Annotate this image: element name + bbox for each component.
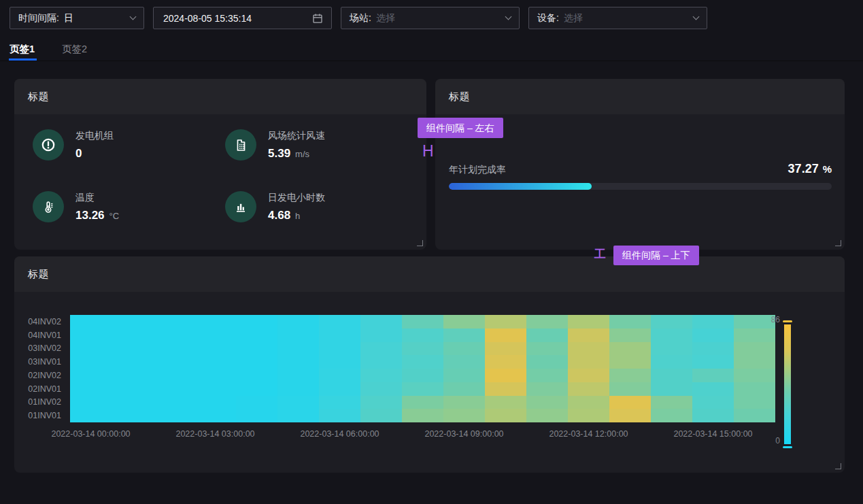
heatmap-cell	[194, 382, 236, 396]
heatmap-cell	[112, 409, 153, 422]
heatmap-cell	[485, 409, 526, 422]
heatmap-y-label: 03INV02	[14, 342, 66, 356]
heatmap-cell	[443, 315, 485, 329]
colorbar-min-label: 0	[758, 436, 780, 446]
colorbar-min-handle[interactable]	[783, 446, 792, 448]
heatmap-cell	[609, 409, 651, 422]
stat-label: 发电机组	[75, 130, 114, 142]
heatmap-cell	[153, 369, 194, 382]
heatmap-cell	[236, 396, 277, 409]
heatmap-cell	[319, 329, 360, 342]
heatmap-cell	[360, 396, 402, 409]
heatmap-cell	[360, 315, 402, 329]
heatmap-cell	[651, 382, 692, 396]
station-placeholder: 选择	[376, 12, 395, 24]
heatmap-cell	[734, 409, 775, 422]
heatmap-cell	[360, 382, 402, 396]
heatmap-cell	[194, 329, 236, 342]
heatmap-cell	[402, 369, 443, 382]
tab-bar: 页签1 页签2	[0, 38, 863, 61]
heatmap-cell	[651, 315, 692, 329]
heatmap-cell	[194, 396, 236, 409]
heatmap-cell	[112, 342, 153, 356]
heatmap-cell	[112, 382, 153, 396]
colorbar-max-label: 86	[758, 315, 780, 324]
heatmap-cell	[277, 329, 319, 342]
heatmap-cell	[485, 369, 526, 382]
heatmap-cell	[194, 409, 236, 422]
heatmap-cell	[692, 396, 734, 409]
heatmap-cell	[319, 342, 360, 356]
heatmap-cell	[153, 315, 194, 329]
heatmap-cell	[70, 329, 112, 342]
heatmap-cell	[236, 409, 277, 422]
heatmap-cell	[609, 329, 651, 342]
heatmap-cell	[609, 396, 651, 409]
resize-handle[interactable]	[835, 240, 841, 246]
spacing-badge-horizontal: 组件间隔 – 左右	[418, 118, 503, 138]
heatmap-cell	[526, 342, 568, 356]
heatmap-cell	[609, 382, 651, 396]
heatmap-cell	[443, 329, 485, 342]
heatmap-cell	[568, 396, 609, 409]
tab-1[interactable]: 页签1	[10, 38, 35, 61]
heatmap-cell	[485, 382, 526, 396]
heatmap-cell	[526, 409, 568, 422]
stat-wind-speed: 风场统计风速 5.39 m/s	[225, 129, 325, 161]
heatmap-cell	[485, 355, 526, 369]
progress-card-header: 标题	[435, 79, 845, 114]
device-select[interactable]: 设备: 选择	[528, 7, 707, 29]
spacing-marker-h: H	[422, 142, 434, 161]
interval-select[interactable]: 时间间隔: 日	[10, 7, 144, 29]
resize-handle[interactable]	[417, 240, 423, 246]
calendar-icon[interactable]	[312, 13, 323, 24]
chevron-down-icon	[693, 14, 700, 20]
heatmap-cell	[526, 396, 568, 409]
heatmap-cell	[568, 382, 609, 396]
heatmap-cell	[70, 382, 112, 396]
resize-handle[interactable]	[835, 463, 841, 469]
colorbar-max-handle[interactable]	[783, 320, 792, 322]
stat-value: 13.26	[75, 209, 105, 222]
progress-card: 标题 年计划完成率 37.27%	[435, 79, 845, 250]
heatmap-card-body: 04INV0204INV0103INV0203INV0102INV0202INV…	[14, 292, 845, 473]
heatmap-cell	[609, 315, 651, 329]
stats-card-title: 标题	[28, 90, 49, 103]
progress-unit: %	[823, 163, 832, 175]
stat-value: 0	[75, 147, 82, 161]
heatmap-cell	[153, 396, 194, 409]
heatmap-cell	[70, 355, 112, 369]
progress-card-title: 标题	[449, 90, 470, 103]
datetime-value: 2024-08-05 15:35:14	[163, 13, 252, 24]
heatmap-card-title: 标题	[28, 268, 49, 281]
heatmap-cell	[360, 409, 402, 422]
stat-label: 日发电小时数	[268, 192, 325, 204]
heatmap-cell	[236, 382, 277, 396]
heatmap-cell	[360, 342, 402, 356]
heatmap-cell	[734, 382, 775, 396]
heatmap-cell	[153, 329, 194, 342]
heatmap-cell	[194, 369, 236, 382]
heatmap-cell	[70, 396, 112, 409]
heatmap-cell	[568, 315, 609, 329]
heatmap-cell	[734, 342, 775, 356]
datetime-input[interactable]: 2024-08-05 15:35:14	[153, 7, 332, 29]
heatmap-cell	[277, 315, 319, 329]
heatmap-cell	[692, 329, 734, 342]
dashboard-page: 时间间隔: 日 2024-08-05 15:35:14 场站: 选择 设备: 选…	[0, 0, 863, 504]
heatmap-card-header: 标题	[14, 256, 845, 292]
tab-1-label: 页签1	[10, 44, 35, 54]
station-select[interactable]: 场站: 选择	[341, 7, 520, 29]
stat-unit: h	[295, 211, 300, 221]
heatmap-y-label: 04INV01	[14, 329, 66, 342]
heatmap-cell	[443, 369, 485, 382]
colorbar[interactable]	[784, 324, 791, 444]
heatmap-cell	[568, 369, 609, 382]
heatmap-cell	[443, 382, 485, 396]
stats-card: 标题 发电机组 0	[14, 79, 426, 250]
heatmap-cell	[526, 355, 568, 369]
heatmap-cell	[277, 409, 319, 422]
heatmap-cell	[153, 382, 194, 396]
thermometer-icon	[33, 191, 64, 222]
tab-2[interactable]: 页签2	[62, 38, 87, 61]
